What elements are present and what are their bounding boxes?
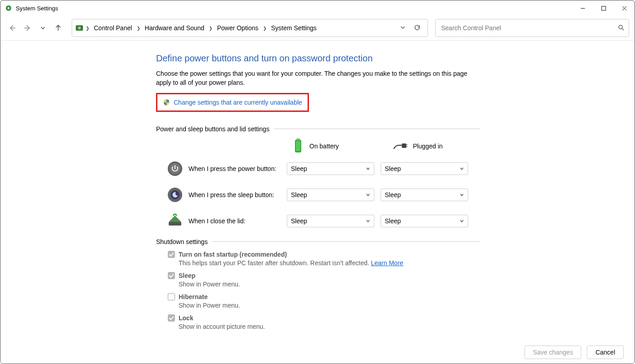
dropdown-value: Sleep <box>291 191 307 198</box>
row-label: When I press the power button: <box>184 165 287 172</box>
sleep-button-plugged-dropdown[interactable]: Sleep <box>381 189 468 201</box>
svg-rect-7 <box>296 141 300 151</box>
column-label-plugged: Plugged in <box>413 143 442 150</box>
breadcrumb-item-system-settings[interactable]: System Settings <box>268 23 319 33</box>
sleep-checkbox[interactable] <box>168 272 175 279</box>
sleep-button-icon <box>166 186 184 204</box>
fast-startup-checkbox[interactable] <box>168 251 175 258</box>
row-close-lid: When I close the lid: Sleep Sleep <box>156 212 480 230</box>
row-power-button: When I press the power button: Sleep Sle… <box>156 160 480 178</box>
lock-checkbox[interactable] <box>168 314 175 322</box>
page-heading: Define power buttons and turn on passwor… <box>156 53 480 64</box>
learn-more-link[interactable]: Learn More <box>371 259 404 267</box>
window-frame: System Settings ❯ Control Panel ❯ Hardwa… <box>0 0 635 364</box>
dropdown-value: Sleep <box>385 165 401 172</box>
breadcrumb-item-control-panel[interactable]: Control Panel <box>91 23 135 33</box>
item-title: Turn on fast startup (recommended) <box>179 251 287 258</box>
item-title: Sleep <box>179 272 195 279</box>
group-title: Shutdown settings <box>156 238 207 245</box>
battery-icon <box>291 138 305 154</box>
shutdown-item-fast-startup: Turn on fast startup (recommended) This … <box>168 251 480 267</box>
item-description: Show in Power menu. <box>168 281 480 288</box>
search-icon <box>618 24 624 32</box>
back-button[interactable] <box>6 22 18 34</box>
app-icon <box>5 5 12 12</box>
titlebar: System Settings <box>0 0 635 16</box>
column-headers: On battery Plugged in <box>156 138 480 154</box>
chevron-right-icon: ❯ <box>137 26 140 31</box>
navbar: ❯ Control Panel ❯ Hardware and Sound ❯ P… <box>0 16 635 40</box>
control-panel-icon <box>75 23 84 32</box>
lid-plugged-dropdown[interactable]: Sleep <box>381 215 468 227</box>
chevron-down-icon <box>366 219 370 223</box>
search-input[interactable] <box>440 24 618 32</box>
chevron-down-icon <box>366 193 370 197</box>
group-title: Power and sleep buttons and lid settings <box>156 125 269 133</box>
hibernate-checkbox[interactable] <box>168 293 175 300</box>
dropdown-value: Sleep <box>291 217 307 225</box>
group-power-sleep-lid: Power and sleep buttons and lid settings <box>156 125 480 133</box>
close-button[interactable] <box>614 0 635 16</box>
item-description: Show in Power menu. <box>168 302 480 309</box>
dropdown-value: Sleep <box>385 191 401 198</box>
window-title: System Settings <box>16 5 58 12</box>
address-bar[interactable]: ❯ Control Panel ❯ Hardware and Sound ❯ P… <box>72 19 428 37</box>
footer: Save changes Cancel <box>0 341 635 364</box>
shield-icon <box>163 99 170 106</box>
change-settings-link[interactable]: Change settings that are currently unava… <box>174 99 302 106</box>
item-description: This helps start your PC faster after sh… <box>168 259 480 267</box>
sleep-button-battery-dropdown[interactable]: Sleep <box>287 189 374 201</box>
minimize-button[interactable] <box>572 0 593 16</box>
breadcrumb-item-power-options[interactable]: Power Options <box>214 23 261 33</box>
recent-locations-button[interactable] <box>37 22 49 34</box>
change-settings-link-row: Change settings that are currently unava… <box>160 97 305 108</box>
svg-rect-1 <box>602 6 606 10</box>
maximize-button[interactable] <box>593 0 614 16</box>
chevron-right-icon: ❯ <box>86 26 89 31</box>
svg-rect-8 <box>402 143 406 148</box>
svg-rect-9 <box>406 144 408 145</box>
lid-icon <box>166 212 184 230</box>
forward-button[interactable] <box>21 22 34 34</box>
chevron-down-icon <box>460 166 464 171</box>
svg-rect-10 <box>406 146 408 147</box>
svg-rect-6 <box>296 138 300 140</box>
address-dropdown-icon[interactable] <box>400 24 406 32</box>
chevron-down-icon <box>460 193 464 197</box>
content: Define power buttons and turn on passwor… <box>155 41 480 364</box>
breadcrumb-item-hardware-and-sound[interactable]: Hardware and Sound <box>142 23 207 33</box>
item-title: Hibernate <box>179 293 208 300</box>
divider <box>212 241 480 242</box>
row-label: When I press the sleep button: <box>184 191 287 198</box>
up-button[interactable] <box>52 22 64 34</box>
refresh-icon[interactable] <box>414 24 420 32</box>
item-description: Show in account picture menu. <box>168 323 480 330</box>
dropdown-value: Sleep <box>291 165 307 172</box>
svg-point-3 <box>78 27 81 29</box>
row-label: When I close the lid: <box>184 217 287 225</box>
page-description: Choose the power settings that you want … <box>156 69 480 88</box>
power-button-icon <box>166 160 184 178</box>
content-area: Define power buttons and turn on passwor… <box>0 41 635 364</box>
dropdown-value: Sleep <box>385 217 401 225</box>
svg-rect-15 <box>169 222 181 226</box>
column-label-battery: On battery <box>309 143 339 150</box>
shutdown-item-sleep: Sleep Show in Power menu. <box>168 272 480 288</box>
search-box[interactable] <box>435 19 629 37</box>
shutdown-item-hibernate: Hibernate Show in Power menu. <box>168 293 480 309</box>
chevron-down-icon <box>366 166 370 171</box>
cancel-button[interactable]: Cancel <box>587 346 624 359</box>
shutdown-item-lock: Lock Show in account picture menu. <box>168 314 480 330</box>
svg-point-4 <box>619 25 622 29</box>
group-shutdown-settings: Shutdown settings <box>156 238 480 245</box>
chevron-right-icon: ❯ <box>209 26 212 31</box>
row-sleep-button: When I press the sleep button: Sleep Sle… <box>156 186 480 204</box>
chevron-down-icon <box>460 219 464 223</box>
title-left: System Settings <box>5 5 58 12</box>
window-controls <box>572 0 635 16</box>
plug-icon <box>393 142 408 151</box>
save-changes-button[interactable]: Save changes <box>525 346 582 359</box>
power-button-battery-dropdown[interactable]: Sleep <box>287 162 374 175</box>
power-button-plugged-dropdown[interactable]: Sleep <box>381 162 468 175</box>
lid-battery-dropdown[interactable]: Sleep <box>287 215 374 227</box>
